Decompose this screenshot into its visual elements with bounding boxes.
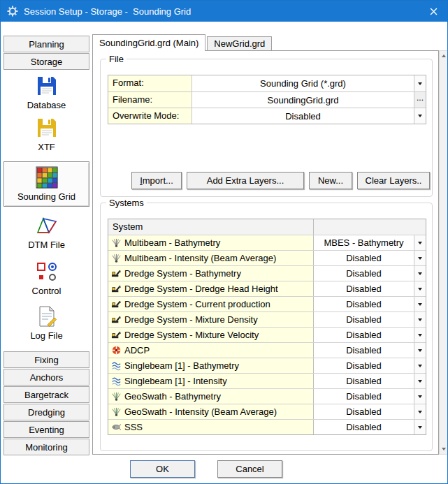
controls-icon (36, 261, 58, 283)
browse-button[interactable]: ... (414, 92, 426, 108)
system-value-combobox[interactable]: Disabled (314, 281, 426, 296)
singlebeam-icon (111, 360, 122, 371)
system-value-combobox[interactable]: Disabled (314, 358, 426, 373)
dredge-icon (111, 314, 122, 325)
system-dropdown-button[interactable] (414, 281, 426, 296)
new-button[interactable]: New... (309, 172, 352, 189)
close-button[interactable] (419, 1, 447, 22)
sidebar-item-eventing[interactable]: Eventing (3, 421, 89, 438)
system-value-combobox[interactable]: Disabled (314, 266, 426, 281)
table-row: ADCP Disabled (108, 342, 426, 358)
system-name-cell: Multibeam - Intensity (Beam Average) (108, 251, 314, 265)
format-dropdown-button[interactable] (414, 75, 426, 91)
system-dropdown-button[interactable] (414, 420, 426, 434)
system-value: Disabled (346, 360, 382, 371)
add-extra-layers-button[interactable]: Add Extra Layers... (187, 172, 304, 189)
tin-mesh-icon (36, 214, 58, 237)
system-dropdown-button[interactable] (414, 404, 426, 419)
system-value: Disabled (346, 330, 382, 340)
sidebar-item-label: Control (32, 286, 62, 296)
color-grid-icon (36, 166, 58, 189)
system-name-cell: SSS (108, 420, 314, 434)
system-dropdown-button[interactable] (414, 251, 426, 265)
sidebar-item-fixing[interactable]: Fixing (3, 351, 89, 368)
system-dropdown-button[interactable] (414, 389, 426, 404)
clear-layers-button[interactable]: Clear Layers.. (357, 172, 430, 189)
overwrite-mode-combobox[interactable]: Disabled (192, 108, 414, 124)
chevron-down-icon (418, 242, 422, 244)
scroll-up-button[interactable] (440, 51, 447, 61)
overwrite-dropdown-button[interactable] (414, 108, 426, 124)
system-value-combobox[interactable]: MBES - Bathymetry (314, 235, 426, 250)
chevron-down-icon (442, 448, 446, 450)
sidebar-item-storage[interactable]: Storage (3, 53, 89, 70)
overwrite-mode-label: Overwrite Mode: (108, 108, 192, 124)
filename-field[interactable]: SoundingGrid.grd (192, 92, 414, 108)
table-row: Singlebeam [1] - Intensity Disabled (108, 373, 426, 388)
sidebar-item-database[interactable]: Database (3, 71, 89, 115)
scroll-down-button[interactable] (440, 444, 447, 454)
system-value-combobox[interactable]: Disabled (314, 420, 426, 434)
sidebar-item-dtm-file[interactable]: DTM File (3, 210, 89, 254)
dredge-icon (111, 268, 122, 279)
system-value-combobox[interactable]: Disabled (314, 404, 426, 419)
system-dropdown-button[interactable] (414, 297, 426, 311)
system-value: Disabled (346, 376, 382, 386)
vertical-scrollbar[interactable] (439, 50, 448, 455)
system-value-combobox[interactable]: Disabled (314, 312, 426, 327)
sidebar-item-label: Database (27, 100, 66, 110)
system-value: Disabled (346, 299, 382, 309)
system-name-cell: GeoSwath - Intensity (Beam Average) (108, 404, 314, 419)
sidebar-item-bargetrack[interactable]: Bargetrack (3, 386, 89, 403)
sidebar-item-sounding-grid[interactable]: Sounding Grid (3, 161, 89, 207)
sidebar-item-xtf[interactable]: XTF (3, 112, 89, 156)
sss-icon (111, 422, 122, 432)
system-dropdown-button[interactable] (414, 235, 426, 250)
system-dropdown-button[interactable] (414, 343, 426, 358)
system-label: Multibeam - Bathymetry (124, 237, 220, 248)
sidebar-item-log-file[interactable]: Log File (3, 301, 89, 345)
system-value: Disabled (346, 406, 382, 417)
sidebar-item-monitoring[interactable]: Monitoring (3, 439, 89, 455)
system-value-combobox[interactable]: Disabled (314, 374, 426, 388)
system-value: Disabled (346, 284, 382, 294)
sidebar-item-planning[interactable]: Planning (3, 36, 89, 52)
system-value-combobox[interactable]: Disabled (314, 251, 426, 265)
file-group-title: File (106, 54, 127, 64)
system-value-combobox[interactable]: Disabled (314, 389, 426, 404)
tab-newgrid[interactable]: NewGrid.grd (207, 36, 272, 50)
table-row: Dredge System - Dredge Head Height Disab… (108, 281, 426, 296)
system-value-combobox[interactable]: Disabled (314, 297, 426, 311)
sidebar-item-anchors[interactable]: Anchors (3, 369, 89, 386)
system-value: Disabled (346, 314, 382, 325)
tab-content-panel: File Format: Sounding Grid (*.grd) Filen… (92, 50, 439, 455)
systems-group: Systems System Multibeam - Bathymetry MB… (100, 203, 433, 451)
table-row: Dredge System - Current production Disab… (108, 296, 426, 311)
system-dropdown-button[interactable] (414, 374, 426, 388)
system-dropdown-button[interactable] (414, 328, 426, 342)
system-name-cell: Singlebeam [1] - Bathymetry (108, 358, 314, 373)
session-setup-dialog: Session Setup - Storage - Sounding Grid … (0, 0, 448, 484)
system-value: MBES - Bathymetry (324, 237, 403, 248)
chevron-down-icon (418, 395, 422, 398)
import-button[interactable]: Import... (131, 172, 182, 189)
ok-button[interactable]: OK (130, 460, 195, 478)
system-dropdown-button[interactable] (414, 358, 426, 373)
system-value-combobox[interactable]: Disabled (314, 343, 426, 358)
system-name-cell: Dredge System - Mixture Density (108, 312, 314, 327)
system-name-cell: Multibeam - Bathymetry (108, 235, 314, 250)
file-fields: Format: Sounding Grid (*.grd) Filename: … (108, 75, 426, 124)
format-combobox[interactable]: Sounding Grid (*.grd) (192, 75, 414, 91)
cancel-button[interactable]: Cancel (217, 460, 282, 478)
chevron-down-icon (418, 272, 422, 275)
system-value-combobox[interactable]: Disabled (314, 328, 426, 342)
log-document-icon (36, 305, 58, 328)
system-label: GeoSwath - Intensity (Beam Average) (124, 406, 277, 417)
tab-soundinggrid-main[interactable]: SoundingGrid.grd (Main) (92, 34, 205, 51)
filename-row: Filename: SoundingGrid.grd ... (108, 91, 426, 108)
system-dropdown-button[interactable] (414, 266, 426, 281)
chevron-down-icon (418, 349, 422, 352)
sidebar-item-control[interactable]: Control (3, 256, 89, 300)
system-dropdown-button[interactable] (414, 312, 426, 327)
sidebar-item-dredging[interactable]: Dredging (3, 404, 89, 420)
